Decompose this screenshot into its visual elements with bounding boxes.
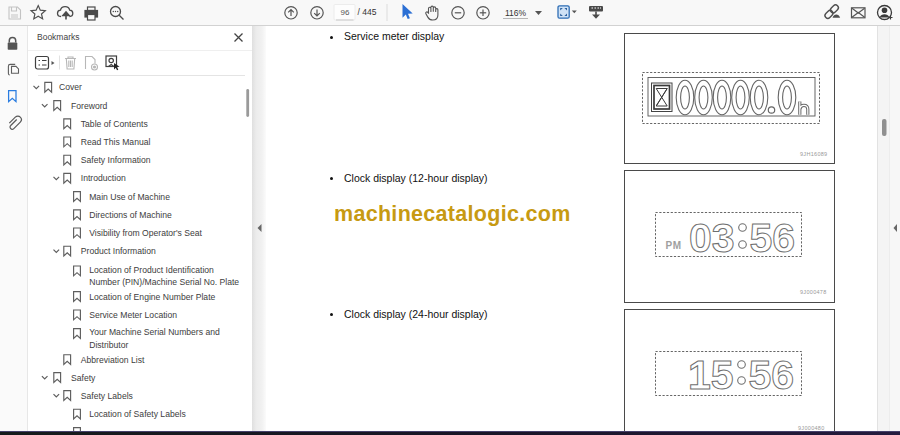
svg-text:/ 445: / 445 [358, 7, 377, 17]
svg-text:PM: PM [666, 240, 682, 251]
svg-text:15: 15 [688, 352, 734, 398]
svg-text:9JH16089: 9JH16089 [800, 151, 827, 157]
svg-text:56: 56 [749, 352, 795, 398]
svg-text:96: 96 [341, 8, 350, 17]
svg-text:9J000478: 9J000478 [800, 289, 827, 295]
svg-text:116%: 116% [505, 8, 527, 18]
svg-text:03: 03 [689, 215, 735, 261]
svg-text:56: 56 [750, 215, 796, 261]
